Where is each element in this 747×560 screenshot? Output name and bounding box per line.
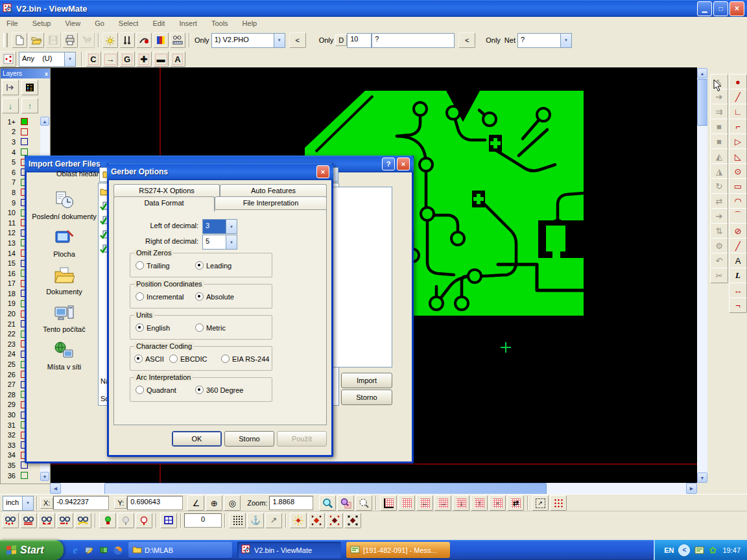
msg-card-icon[interactable] [694,545,705,555]
dropdown-arrow-icon[interactable]: ▼ [274,34,285,47]
layer-color-swatch[interactable] [21,138,28,145]
jump-icon[interactable]: ↗ [265,513,282,528]
settings-gear-icon[interactable]: ⚙ [710,238,728,253]
layer-color-swatch[interactable] [21,472,28,479]
glasses-bowtie-icon[interactable] [38,513,55,528]
lamp-outline-icon[interactable] [136,513,152,528]
ok-button[interactable]: OK [172,431,222,447]
menu-go[interactable]: Go [95,19,104,27]
dcode-label[interactable]: D [335,34,347,46]
ellipse-cut-tool[interactable]: ⊘ [729,223,747,239]
flip-horizontal-tool[interactable]: ◭ [710,148,728,164]
layer-color-swatch[interactable] [21,148,28,156]
spread-tool[interactable]: ⇅ [710,223,728,239]
tab-auto-features[interactable]: Auto Features [220,184,327,197]
layer-row[interactable]: 36 [1,471,40,481]
scroll-up-icon[interactable]: ▲ [697,68,707,78]
scroll-down-icon[interactable]: ▼ [40,472,49,481]
task-mlab[interactable]: D:\MLAB [128,542,232,558]
slash-tool[interactable]: ╱ [729,238,747,253]
glasses-lines-icon[interactable] [20,513,37,528]
gerber-dialog-titlebar[interactable]: Gerber Options × [107,163,333,180]
highlight-icon[interactable] [102,32,118,48]
component-tool[interactable]: C [86,51,101,67]
zoom-value[interactable]: 1.8868 [269,496,313,510]
tab-rs274-x-options[interactable]: RS274-X Options [113,184,220,197]
menu-view[interactable]: View [65,19,80,27]
layer-colors-icon[interactable] [153,32,169,48]
radio-metric[interactable]: Metric [195,323,226,332]
scroll-right-icon[interactable]: ▶ [686,483,697,494]
open-folder-icon[interactable] [29,32,44,48]
radio-button[interactable] [195,261,204,270]
icq-flower-icon[interactable]: ✿ [707,545,718,555]
radio-button[interactable] [195,386,204,394]
locate-icon[interactable]: ◎ [224,495,241,511]
grid-up-icon[interactable]: ↑ [471,495,488,511]
move-up-icon[interactable]: ↑ [21,98,38,113]
place-network-places[interactable]: Místa v síti [32,341,97,379]
fill-square-tool[interactable]: ■ [710,119,728,134]
dialog-help-button[interactable]: ? [382,158,395,170]
pad-dot-tool[interactable]: ● [729,74,747,89]
radio-button[interactable] [195,292,204,301]
move-multi-tool[interactable]: ⇉ [710,104,728,119]
place-desktop[interactable]: Plocha [32,228,97,266]
menu-help[interactable]: Help [243,19,257,27]
task-messenger[interactable]: [191-482-091] - Mess... [346,542,450,558]
radio-button[interactable] [136,261,144,270]
import-cancel-button[interactable]: Storno [341,390,392,405]
selection-filter-select[interactable]: Any (U) ▼ [19,52,76,67]
tray-collapse-icon[interactable]: < [678,544,690,556]
menu-select[interactable]: Select [119,19,139,27]
curve-pin-icon[interactable] [136,32,152,48]
anchor-icon[interactable]: ⚓ [247,513,264,528]
grid-small-icon[interactable]: ▫ [489,495,506,511]
pins-icon[interactable] [119,32,135,48]
language-indicator[interactable]: EN [664,546,674,554]
toolbar-grip[interactable] [3,33,8,47]
glasses-dash-icon[interactable] [56,513,73,528]
place-my-computer[interactable]: Tento počítač [32,303,97,341]
radio-button[interactable] [195,323,204,332]
fill-square-alt-tool[interactable]: ■ [710,134,728,149]
cut-tool[interactable]: ✂ [710,268,728,283]
print-icon[interactable] [62,32,78,48]
show-desktop-icon[interactable] [84,545,95,555]
radio-button[interactable] [136,386,144,394]
label-tool[interactable]: L [729,268,747,283]
table-view-icon[interactable] [160,513,177,528]
radio-leading[interactable]: Leading [195,261,231,270]
dcode-find-input[interactable]: ? [372,33,455,48]
text-draw-tool[interactable]: A [729,253,747,268]
left-of-decimal-select[interactable]: 3 ▼ [202,219,237,234]
radio-button[interactable] [221,355,230,363]
curve-tool[interactable]: ⌒ [729,208,747,224]
gerber-tool[interactable]: G [119,51,135,67]
grid-icon[interactable] [398,495,415,511]
dot-matrix-icon[interactable] [229,513,246,528]
bracket-line-tool[interactable]: ⌐ [729,119,747,134]
layer-row[interactable]: 2 [1,127,40,137]
radio-incremental[interactable]: Incremental [136,292,184,301]
radio-ebcdic[interactable]: EBCDIC [169,355,208,363]
layer-list-icon[interactable] [21,80,38,95]
menu-edit[interactable]: Edit [152,19,165,27]
save-icon[interactable] [45,32,61,48]
glasses-sweep-icon[interactable] [75,513,91,528]
text-tool[interactable]: A [170,51,185,67]
arrow-draw-tool[interactable]: ▷ [729,134,747,149]
crosshair-icon[interactable]: ⊕ [206,495,222,511]
line-tool[interactable]: ╱ [729,89,747,104]
menu-insert[interactable]: Insert [179,19,197,27]
menu-setup[interactable]: Setup [32,19,51,27]
start-button[interactable]: Start [0,540,64,560]
grid-down-icon[interactable]: ↓ [453,495,469,511]
goto-tool[interactable]: → [102,51,118,67]
radio-english[interactable]: English [136,323,170,332]
layer-row[interactable]: 3 [1,137,40,147]
diamond-dots-icon[interactable] [308,513,325,528]
layer-color-swatch[interactable] [21,118,28,125]
radio-button[interactable] [134,355,143,363]
grid-frame-icon[interactable] [380,495,397,511]
